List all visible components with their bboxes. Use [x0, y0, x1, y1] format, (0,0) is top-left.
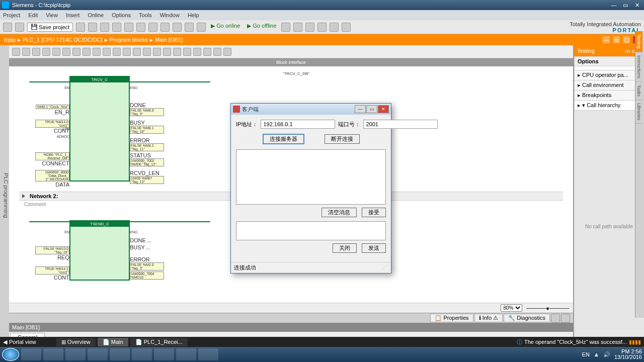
start-button[interactable]: [2, 348, 19, 361]
port-input[interactable]: [363, 120, 438, 129]
menu-help[interactable]: Help: [188, 12, 199, 18]
et-btn[interactable]: [52, 48, 60, 56]
inspector-btn[interactable]: [561, 314, 570, 323]
split-h-button[interactable]: [330, 23, 339, 32]
et-btn[interactable]: [163, 48, 171, 56]
left-strip-plc[interactable]: PLC programming: [0, 45, 9, 342]
et-btn[interactable]: [93, 48, 101, 56]
crumb-blocks[interactable]: Program blocks: [110, 37, 148, 43]
download-button[interactable]: [173, 23, 182, 32]
redo-button[interactable]: [148, 23, 157, 32]
tab-plc-receive[interactable]: 📄 PLC_1_Recei...: [130, 338, 188, 346]
menu-insert[interactable]: Insert: [66, 12, 80, 18]
simulate-button[interactable]: [197, 23, 206, 32]
sb-item-breakpoints[interactable]: Breakpoints: [574, 90, 644, 101]
et-btn[interactable]: [62, 48, 70, 56]
close-dlg-button[interactable]: 关闭: [333, 243, 357, 253]
dialog-titlebar[interactable]: 客户端 — ▭ ✕: [231, 104, 391, 115]
crumb-project[interactable]: tcpip: [4, 37, 16, 43]
menu-window[interactable]: Window: [160, 12, 180, 18]
menu-project[interactable]: Project: [3, 12, 20, 18]
zoom-select[interactable]: 80%: [501, 304, 522, 312]
resize-grip[interactable]: ⋰: [382, 264, 388, 272]
zoom-slider[interactable]: ─────●─────: [526, 305, 569, 311]
menu-online[interactable]: Online: [88, 12, 104, 18]
minimize-button[interactable]: —: [609, 2, 619, 8]
tray-net-icon[interactable]: 🔊: [603, 351, 610, 358]
tray-clock[interactable]: PM 2:5613/10/2016: [614, 349, 642, 360]
vtab-tasks[interactable]: Tasks: [635, 82, 642, 100]
paste-button[interactable]: [112, 23, 121, 32]
dlg-minimize-button[interactable]: —: [355, 105, 366, 113]
et-btn[interactable]: [193, 48, 201, 56]
editor-minimize-button[interactable]: —: [603, 36, 610, 43]
go-online-button[interactable]: ▶ Go online: [209, 23, 242, 32]
vtab-instructions[interactable]: Instructions: [635, 52, 642, 82]
tab-diagnostics[interactable]: 🔧 Diagnostics: [504, 314, 550, 322]
et-btn[interactable]: [173, 48, 181, 56]
print-button[interactable]: [76, 23, 85, 32]
maximize-button[interactable]: ▭: [620, 2, 630, 9]
open-project-button[interactable]: [15, 23, 24, 32]
et-btn[interactable]: [143, 48, 151, 56]
sb-btn[interactable]: ▭: [625, 48, 630, 54]
et-btn[interactable]: [22, 48, 30, 56]
taskbar-tia[interactable]: [88, 348, 108, 360]
menu-options[interactable]: Options: [112, 12, 131, 18]
receive-textarea[interactable]: [236, 149, 386, 205]
sb-item-callenv[interactable]: Call environment: [574, 80, 644, 90]
dlg-maximize-button[interactable]: ▭: [366, 105, 377, 113]
dlg-close-button[interactable]: ✕: [378, 105, 389, 113]
et-btn[interactable]: [72, 48, 80, 56]
editor-restore-button[interactable]: ▭: [613, 36, 620, 43]
et-btn[interactable]: [203, 48, 211, 56]
et-btn[interactable]: [183, 48, 191, 56]
delete-button[interactable]: [124, 23, 133, 32]
upload-button[interactable]: [185, 23, 194, 32]
cut-button[interactable]: [88, 23, 97, 32]
tab-overview[interactable]: ⊞ Overview: [56, 338, 96, 346]
block-interface-bar[interactable]: Block interface: [9, 58, 573, 66]
tab-properties[interactable]: 📋 Properties: [430, 314, 473, 322]
copy-button[interactable]: [100, 23, 109, 32]
et-btn[interactable]: [153, 48, 161, 56]
tool-btn-d[interactable]: [317, 23, 327, 32]
et-btn[interactable]: [223, 48, 231, 56]
taskbar-client[interactable]: [198, 348, 218, 360]
accept-button[interactable]: 接受: [362, 208, 386, 217]
menu-view[interactable]: View: [46, 12, 58, 18]
send-textarea[interactable]: [236, 221, 386, 240]
tool-btn-b[interactable]: [293, 23, 302, 32]
taskbar-ie[interactable]: [21, 348, 41, 360]
tab-main[interactable]: 📄 Main: [98, 338, 128, 346]
split-v-button[interactable]: [342, 23, 351, 32]
taskbar-app2[interactable]: [176, 348, 196, 360]
et-btn[interactable]: [133, 48, 141, 56]
taskbar-media[interactable]: [65, 348, 86, 360]
et-btn[interactable]: [123, 48, 131, 56]
et-btn[interactable]: [103, 48, 111, 56]
taskbar-app[interactable]: [110, 348, 130, 360]
vtab-libraries[interactable]: Libraries: [635, 100, 642, 124]
taskbar-vs[interactable]: [132, 348, 152, 360]
tool-btn-a[interactable]: [281, 23, 290, 32]
disconnect-button[interactable]: 断开连接: [325, 134, 360, 144]
collapse-icon[interactable]: [22, 194, 25, 198]
menu-edit[interactable]: Edit: [28, 12, 38, 18]
tab-info[interactable]: ℹ Info ⚠: [474, 314, 503, 322]
send-button[interactable]: 发送: [362, 243, 386, 253]
portal-view-button[interactable]: Portal view: [3, 339, 36, 345]
undo-button[interactable]: [136, 23, 145, 32]
sb-item-hierarchy[interactable]: ▾ Call hierarchy: [574, 101, 644, 111]
save-project-button[interactable]: 💾 Save project: [27, 23, 73, 32]
menu-tools[interactable]: Tools: [139, 12, 152, 18]
close-button[interactable]: ✕: [632, 2, 642, 9]
sb-item-cpu[interactable]: CPU operator pa...: [574, 70, 644, 80]
et-btn[interactable]: [32, 48, 40, 56]
ip-input[interactable]: [261, 120, 335, 129]
tray-icon[interactable]: ▲: [594, 351, 599, 357]
connect-button[interactable]: 连接服务器: [263, 134, 304, 144]
taskbar-paint[interactable]: [154, 348, 174, 360]
et-btn[interactable]: [42, 48, 50, 56]
taskbar-explorer[interactable]: [43, 348, 63, 360]
